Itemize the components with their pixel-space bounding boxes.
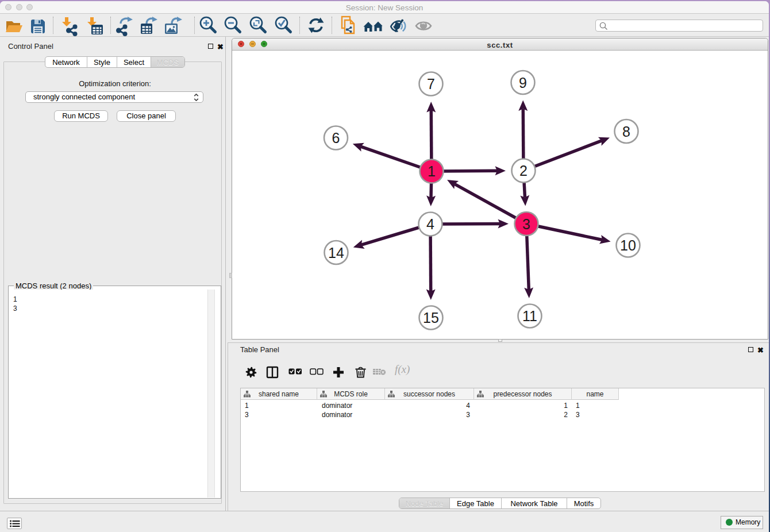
- svg-text:7: 7: [427, 76, 435, 92]
- svg-text:9: 9: [519, 75, 527, 91]
- svg-text:15: 15: [423, 310, 439, 326]
- svg-text:14: 14: [328, 245, 344, 261]
- svg-text:1: 1: [428, 163, 436, 179]
- svg-text:2: 2: [519, 163, 528, 179]
- svg-text:4: 4: [426, 216, 434, 232]
- svg-text:11: 11: [522, 308, 537, 324]
- svg-text:10: 10: [620, 237, 636, 253]
- svg-text:3: 3: [522, 216, 530, 232]
- svg-text:8: 8: [622, 124, 630, 140]
- svg-text:6: 6: [332, 130, 340, 146]
